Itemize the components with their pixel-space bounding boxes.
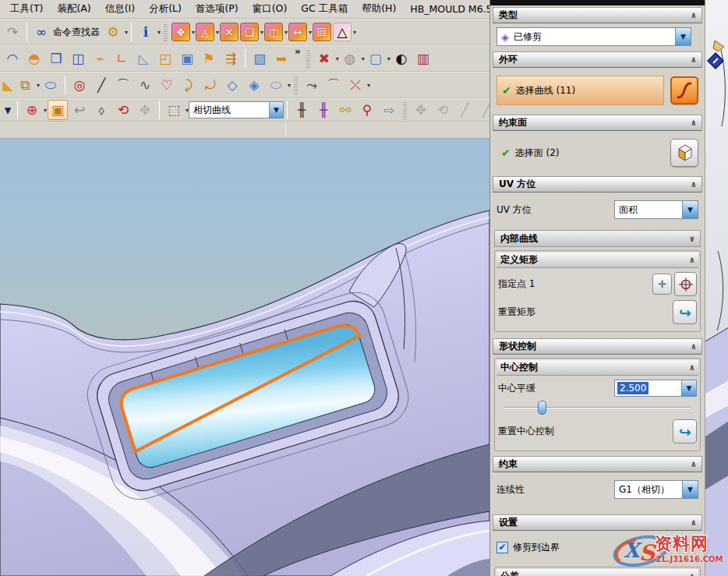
split-box-icon[interactable]: ◫ (68, 48, 88, 69)
bridge-curve-icon[interactable]: ⤳ (302, 75, 322, 95)
dropdown-arrow-icon[interactable]: ▾ (157, 29, 161, 36)
chevron-up-icon[interactable]: ∧ (689, 571, 694, 576)
section-header-constraint-face[interactable]: 约束面 ∧ (493, 115, 702, 131)
section-header-outer-loop[interactable]: 外环 ∧ (493, 51, 702, 68)
toolbar-grip[interactable] (294, 76, 298, 94)
face-select-button[interactable] (670, 139, 698, 167)
split-body-icon[interactable]: ◠ (2, 48, 23, 69)
split-face-icon[interactable]: ◫ (264, 23, 283, 41)
select-curve-row[interactable]: ✔ 选择曲线 (11) (497, 76, 664, 105)
type-dropdown[interactable]: ◈ 已修剪 ▼ (497, 27, 691, 46)
command-finder-button-label[interactable]: 命令查找器 (53, 26, 100, 39)
shell-body-icon[interactable]: △ (333, 23, 352, 41)
measure-body-icon[interactable]: ◍ (340, 48, 360, 69)
undo-view-icon[interactable]: ↩ (69, 100, 90, 120)
menu-item[interactable]: 帮助(H) (355, 2, 403, 16)
snap-cube-icon[interactable]: ⬨ (91, 100, 111, 120)
studio-spline-icon[interactable]: ∿ (135, 75, 155, 95)
dropdown-arrow-icon[interactable]: ▾ (37, 82, 40, 89)
section-view-icon[interactable]: ▥ (413, 48, 433, 69)
section-header-settings[interactable]: 设置 ∧ (493, 514, 702, 531)
menu-item[interactable]: 信息(I) (98, 2, 142, 16)
select-face-row[interactable]: ✔ 选择面 (2) (497, 147, 664, 160)
dropdown-arrow-icon[interactable]: ▾ (353, 29, 356, 36)
move-points-icon[interactable]: ✥ (411, 100, 431, 120)
cavity-icon[interactable]: ◰ (155, 48, 175, 69)
sew-icon[interactable]: ⇶ (221, 48, 241, 69)
section-header-uv[interactable]: UV 方位 ∧ (493, 176, 702, 193)
wcs-display-icon[interactable]: ✖ (314, 48, 334, 69)
redo-icon[interactable]: ↷ (2, 22, 23, 42)
menu-item[interactable]: 装配(A) (50, 2, 97, 16)
tube-icon[interactable]: ⬭ (41, 75, 61, 95)
reset-center-button[interactable]: ↩ (673, 419, 697, 443)
delete-face-icon[interactable]: ✕ (220, 23, 239, 41)
chevron-up-icon[interactable]: ∧ (691, 118, 696, 128)
point-dialog-button[interactable]: ✛ (652, 274, 672, 295)
menu-item[interactable]: HB_MOULD M6.5 (403, 3, 499, 15)
fence-2-icon[interactable]: ╫ (313, 100, 334, 120)
divide-curve-icon[interactable]: ⤾ (200, 75, 221, 95)
point-picker-button[interactable] (674, 272, 697, 296)
trim-body-icon[interactable]: ❒ (46, 48, 66, 69)
dropdown-arrow-icon[interactable]: ▾ (125, 29, 128, 36)
center-flat-spinner[interactable]: 2.500 ▼ (614, 380, 697, 397)
dropdown-arrow-icon[interactable]: ▼ (675, 28, 691, 45)
define-rectangle-header[interactable]: 定义矩形 ∧ (497, 253, 698, 268)
arc-icon[interactable]: ⌒ (113, 75, 133, 95)
curve-rule-combo[interactable]: 相切曲线▼ (189, 101, 284, 118)
datum-plane-2-icon[interactable]: ◈ (244, 75, 264, 95)
dropdown-arrow-icon[interactable]: ▼ (682, 201, 698, 218)
shaded-display-icon[interactable]: ◐ (391, 48, 412, 69)
selection-filter-icon[interactable]: ⊕ (22, 100, 42, 120)
freeform-icon[interactable]: ➥ (271, 48, 292, 69)
spinner-down-icon[interactable]: ▼ (681, 380, 697, 397)
dropdown-arrow-icon[interactable]: ▾ (192, 29, 195, 36)
extract-curve-icon[interactable]: ⬭ (266, 75, 286, 95)
pattern-face-icon[interactable]: 回 (313, 23, 331, 41)
hand-info-icon[interactable] (707, 39, 727, 73)
block-icon[interactable]: ▧ (249, 48, 270, 69)
datum-plane-icon[interactable]: ◇ (222, 75, 242, 95)
point-circle-icon[interactable]: ◎ (69, 75, 90, 95)
section-header-type[interactable]: 类型 ∧ (493, 7, 702, 23)
chevron-up-icon[interactable]: ∧ (691, 55, 696, 65)
dropdown-arrow-icon[interactable]: ▾ (284, 29, 288, 36)
trim-curve-icon[interactable]: ⤸ (178, 75, 199, 95)
dropdown-arrow-icon[interactable]: ▾ (288, 82, 291, 89)
menu-item[interactable]: 首选项(P) (189, 2, 246, 16)
menu-item[interactable]: 窗口(O) (246, 2, 295, 16)
pan-hand-icon[interactable]: ✥ (135, 100, 155, 120)
inner-curve-bar[interactable]: 内部曲线 ∨ (494, 230, 701, 247)
reset-rectangle-button[interactable]: ↩ (673, 300, 697, 324)
chevron-up-icon[interactable]: ∧ (691, 518, 696, 528)
overflow-chevron[interactable]: » (295, 46, 301, 57)
dropdown-arrow-icon[interactable]: ▾ (309, 29, 312, 36)
dropdown-arrow-icon[interactable]: ▾ (367, 82, 370, 89)
viewport-3d[interactable] (0, 139, 489, 576)
center-flat-slider[interactable] (504, 401, 691, 415)
cut-combo-arrow[interactable]: ▾ (2, 100, 13, 120)
view-cube-icon[interactable]: ▢ (366, 48, 386, 69)
menu-item[interactable]: GC 工具箱 (294, 2, 355, 16)
box-frame-icon[interactable]: ▣ (177, 48, 197, 69)
info-palette-icon[interactable]: ℹ (136, 22, 156, 42)
snap-pin-icon[interactable]: ⚲ (357, 100, 377, 120)
toolbar-grip[interactable] (306, 49, 310, 68)
fence-icon[interactable]: ╫ (292, 100, 312, 120)
dropdown-arrow-icon[interactable]: ▾ (44, 107, 47, 114)
dropdown-arrow-icon[interactable]: ▼ (682, 481, 698, 498)
chevron-up-icon[interactable]: ∧ (691, 341, 696, 352)
profile-loop-icon[interactable]: ♡ (157, 75, 177, 95)
chevron-up-icon[interactable]: ∧ (691, 179, 696, 189)
dropdown-arrow-icon[interactable]: ▾ (362, 55, 365, 62)
go-arrow-icon[interactable]: ⇨ (379, 100, 399, 120)
tolerance-header[interactable]: 公差 ∧ (497, 569, 698, 576)
blade-surface-icon[interactable]: ⌁ (90, 48, 110, 69)
line-gray-icon[interactable]: ╱ (454, 100, 475, 120)
dropdown-arrow-icon[interactable]: ▼ (269, 102, 283, 118)
resize-face-icon[interactable]: ↔ (288, 23, 307, 41)
clipped-corner-icon[interactable]: ◣ (2, 75, 13, 95)
chevron-up-icon[interactable]: ∧ (691, 10, 696, 20)
rotate-point-icon[interactable]: ⟲ (113, 100, 133, 120)
